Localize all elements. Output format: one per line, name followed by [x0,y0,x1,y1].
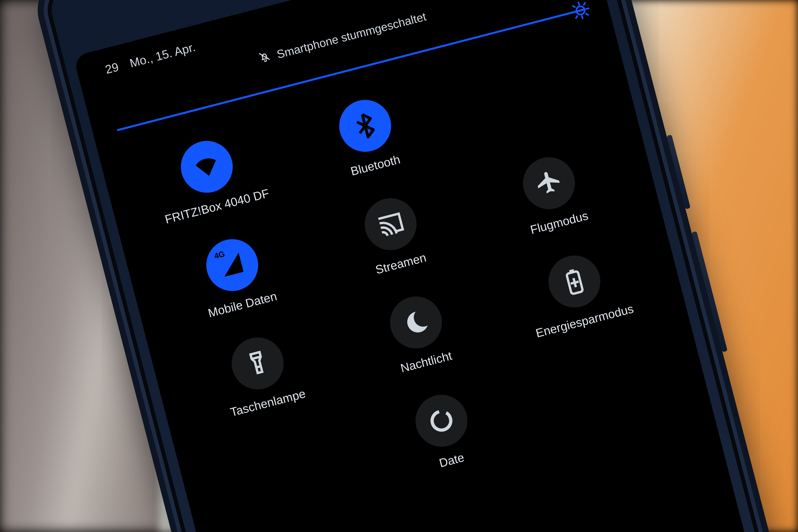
data-usage-icon [424,404,458,438]
qs-tile-flashlight[interactable]: Taschenlampe [176,319,345,429]
qs-tile-bluetooth[interactable]: Bluetooth [283,81,453,191]
battery-plus-icon [557,265,591,299]
tile-label: Nachtlicht [399,349,453,375]
battery-saver-button[interactable] [543,250,606,313]
flashlight-button[interactable] [226,332,289,395]
qs-tile-wifi[interactable]: FRITZ!Box 4040 DF [125,122,294,233]
tile-label: Flugmodus [529,209,590,237]
bell-off-icon [257,49,272,66]
svg-point-0 [575,5,586,16]
quick-settings-grid: FRITZ!Box 4040 DF Bluetooth [98,21,710,532]
brightness-thumb[interactable] [568,0,593,22]
nightlight-button[interactable] [384,291,448,354]
airplane-icon [532,166,566,200]
qs-tile-nightlight[interactable]: Nachtlicht [334,278,504,388]
tile-label: Energiesparmodus [534,302,635,340]
wifi-button[interactable] [175,135,239,198]
tile-label: Taschenlampe [229,386,307,419]
flashlight-icon [241,346,275,381]
tile-label: Bluetooth [349,152,402,178]
bluetooth-icon [348,109,382,143]
tile-label: Streamen [374,250,428,277]
wifi-icon [190,150,224,184]
bluetooth-button[interactable] [334,94,397,157]
moon-icon [399,305,433,340]
airplane-button[interactable] [517,152,581,215]
tile-label: FRITZ!Box 4040 DF [164,186,270,226]
brightness-icon [568,0,593,22]
status-time: 29 [104,60,120,77]
qs-tile-airplane[interactable]: Flugmodus [467,139,636,249]
cast-icon [374,207,408,241]
qs-tile-cast[interactable]: Streamen [309,179,478,290]
qs-tile-mobile-data[interactable]: 4G Mobile Daten [150,221,320,331]
data-usage-button[interactable] [410,389,473,452]
qs-tile-battery-saver[interactable]: Energiesparmodus [493,237,662,347]
mobile-data-button[interactable]: 4G [201,233,264,297]
cast-button[interactable] [359,192,422,256]
tile-label: Mobile Daten [207,289,278,320]
